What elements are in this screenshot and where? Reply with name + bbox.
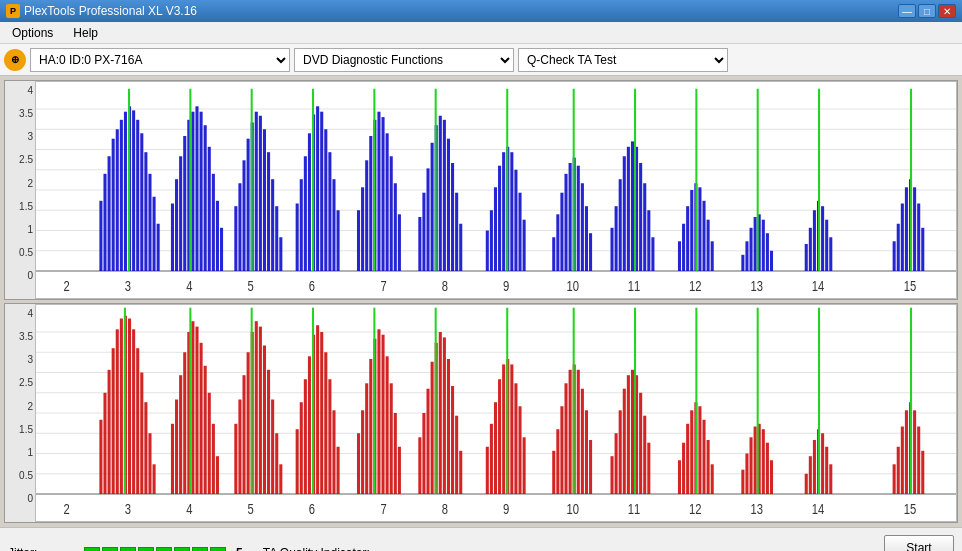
svg-text:7: 7 (380, 278, 386, 295)
svg-rect-278 (510, 364, 513, 494)
svg-rect-279 (514, 383, 517, 494)
svg-rect-324 (805, 474, 808, 494)
svg-rect-312 (707, 440, 710, 494)
title-bar: P PlexTools Professional XL V3.16 — □ ✕ (0, 0, 962, 22)
menu-options[interactable]: Options (4, 24, 61, 42)
svg-rect-100 (459, 224, 462, 271)
svg-rect-333 (897, 447, 900, 494)
svg-text:11: 11 (628, 501, 640, 518)
svg-rect-49 (212, 174, 215, 271)
svg-rect-71 (316, 106, 319, 271)
svg-text:7: 7 (380, 501, 386, 518)
svg-rect-268 (451, 386, 454, 494)
jitter-bar-7 (192, 547, 208, 552)
svg-rect-102 (486, 231, 489, 272)
svg-rect-62 (271, 179, 274, 271)
svg-rect-244 (328, 379, 331, 494)
svg-rect-222 (189, 308, 191, 494)
svg-rect-104 (494, 187, 497, 271)
svg-rect-26 (112, 139, 115, 271)
svg-rect-256 (390, 383, 393, 494)
svg-rect-137 (682, 224, 685, 271)
svg-rect-316 (745, 454, 748, 495)
start-button-section: Start i (884, 535, 954, 552)
svg-rect-242 (320, 332, 323, 494)
svg-rect-88 (398, 214, 401, 271)
svg-rect-280 (518, 406, 521, 494)
svg-rect-226 (247, 352, 250, 494)
title-bar-controls[interactable]: — □ ✕ (898, 4, 956, 18)
window-title: PlexTools Professional XL V3.16 (24, 4, 197, 18)
drive-select[interactable]: HA:0 ID:0 PX-716A (30, 48, 290, 72)
svg-rect-35 (148, 174, 151, 271)
maximize-button[interactable]: □ (918, 4, 936, 18)
svg-rect-64 (279, 237, 282, 271)
close-button[interactable]: ✕ (938, 4, 956, 18)
svg-rect-40 (175, 179, 178, 271)
svg-rect-28 (120, 120, 123, 271)
svg-rect-272 (486, 447, 489, 494)
svg-rect-53 (234, 206, 237, 271)
svg-rect-340 (910, 308, 912, 494)
svg-rect-159 (821, 206, 824, 271)
svg-rect-276 (502, 364, 505, 494)
svg-rect-218 (204, 366, 207, 494)
svg-rect-299 (631, 370, 634, 494)
svg-rect-230 (263, 346, 266, 495)
svg-rect-145 (695, 89, 697, 271)
svg-rect-92 (426, 168, 429, 271)
svg-text:9: 9 (503, 278, 509, 295)
svg-rect-290 (581, 389, 584, 494)
svg-rect-38 (128, 89, 130, 271)
svg-rect-323 (757, 308, 759, 494)
ta-quality-label: TA Quality Indicator: (263, 546, 370, 552)
svg-rect-52 (189, 89, 191, 271)
svg-rect-89 (373, 89, 375, 271)
svg-rect-132 (643, 183, 646, 271)
ta-quality-section: TA Quality Indicator: Excellent (263, 546, 370, 552)
svg-rect-23 (99, 201, 102, 271)
svg-rect-325 (809, 456, 812, 494)
svg-rect-293 (573, 308, 575, 494)
svg-rect-224 (238, 400, 241, 495)
app-icon: P (6, 4, 20, 18)
minimize-button[interactable]: — (898, 4, 916, 18)
svg-rect-228 (255, 321, 258, 494)
svg-text:10: 10 (566, 278, 578, 295)
svg-rect-304 (634, 308, 636, 494)
svg-text:5: 5 (248, 501, 254, 518)
svg-text:10: 10 (566, 501, 578, 518)
menu-help[interactable]: Help (65, 24, 106, 42)
svg-rect-90 (418, 217, 421, 271)
svg-rect-142 (702, 201, 705, 271)
svg-rect-291 (585, 410, 588, 494)
bottom-panel: Jitter: 5 Peak Shift: (0, 527, 962, 551)
svg-rect-301 (639, 393, 642, 494)
test-select[interactable]: Q-Check TA Test (518, 48, 728, 72)
jitter-label: Jitter: (8, 546, 78, 552)
svg-rect-161 (829, 237, 832, 271)
svg-rect-103 (490, 210, 493, 271)
svg-rect-328 (821, 433, 824, 494)
jitter-row: Jitter: 5 (8, 546, 243, 552)
svg-rect-46 (200, 112, 203, 271)
svg-rect-115 (560, 193, 563, 271)
svg-rect-258 (398, 447, 401, 494)
svg-rect-76 (337, 210, 340, 271)
svg-rect-294 (610, 456, 613, 494)
svg-rect-58 (255, 112, 258, 271)
svg-rect-269 (455, 416, 458, 494)
svg-rect-273 (490, 424, 493, 494)
svg-rect-127 (623, 156, 626, 271)
svg-rect-334 (901, 427, 904, 495)
jitter-bar-4 (138, 547, 154, 552)
svg-rect-27 (116, 129, 119, 271)
svg-text:14: 14 (812, 278, 824, 295)
svg-rect-87 (394, 183, 397, 271)
start-button[interactable]: Start (884, 535, 954, 552)
svg-rect-106 (502, 152, 505, 271)
function-select[interactable]: DVD Diagnostic Functions (294, 48, 514, 72)
svg-rect-215 (191, 321, 194, 494)
svg-rect-25 (108, 156, 111, 271)
svg-rect-253 (377, 329, 380, 494)
